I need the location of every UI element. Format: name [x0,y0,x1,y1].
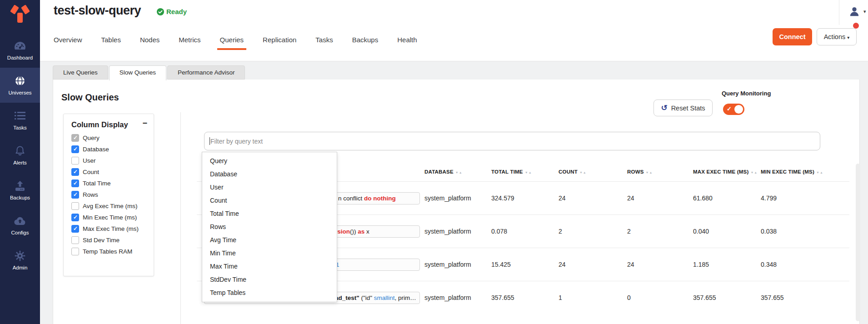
tab-tasks[interactable]: Tasks [315,29,333,50]
checkbox-label: Rows [83,191,98,198]
sidebar-item-label: Universes [8,90,31,95]
column-display-card: Column Display − Query Database User Cou… [63,114,154,276]
checkbox-row-max-exec-time[interactable]: Max Exec Time (ms) [71,223,150,234]
check-circle-icon [157,8,164,15]
checkbox-row-total-time[interactable]: Total Time [71,178,150,189]
col-header-max-exec-time[interactable]: MAX EXEC TIME (MS)▼▲ [693,169,758,174]
checkbox[interactable] [71,168,79,176]
tab-nodes[interactable]: Nodes [140,29,160,50]
checkbox-row-avg-exec-time[interactable]: Avg Exec Time (ms) [71,200,150,212]
sidebar-item-label: Tasks [13,125,26,130]
toggle-check-icon: ✓ [727,105,732,112]
sidebar-item-configs[interactable]: Configs [0,208,40,243]
col-header-rows[interactable]: ROWS▼▲ [627,169,653,174]
dropdown-item-temp-tables[interactable]: Temp Tables [202,286,337,299]
tab-metrics[interactable]: Metrics [179,29,200,50]
checkbox-row-database[interactable]: Database [71,144,150,155]
checkbox[interactable] [71,225,79,233]
checkbox[interactable] [71,191,79,199]
universe-tabs: Overview Tables Nodes Metrics Queries Re… [54,29,417,50]
dropdown-item-database[interactable]: Database [202,168,337,181]
sort-icons[interactable]: ▼▲ [646,171,653,174]
sidebar-item-admin[interactable]: Admin [0,243,40,278]
max-exec-time-cell: 1.185 [693,261,709,268]
checkbox[interactable] [71,236,79,244]
slow-queries-panel: Slow Queries ↺ Reset Stats Query Monitor… [53,80,860,324]
total-time-cell: 0.078 [491,228,507,235]
tab-queries[interactable]: Queries [220,29,244,50]
user-menu[interactable]: ▾ [848,5,866,17]
reset-icon: ↺ [661,103,667,113]
user-avatar-icon [848,5,860,17]
header-divider [839,0,839,25]
sort-icons[interactable]: ▼▲ [750,171,758,174]
subtab-performance-advisor[interactable]: Performance Advisor [167,65,245,80]
checkbox-row-user[interactable]: User [71,155,150,166]
dropdown-item-total-time[interactable]: Total Time [202,207,337,220]
dropdown-item-query[interactable]: Query [202,155,337,168]
max-exec-time-cell: 0.040 [693,228,709,235]
sidebar-item-dashboard[interactable]: Dashboard [0,33,40,68]
database-cell: system_platform [424,261,471,268]
checkbox-row-query[interactable]: Query [71,132,150,144]
query-monitoring-toggle[interactable]: ✓ [723,104,744,115]
sort-icons[interactable]: ▼▲ [455,171,463,174]
dropdown-item-stddev-time[interactable]: StdDev Time [202,273,337,286]
collapse-minus-icon[interactable]: − [142,119,147,128]
dropdown-item-min-time[interactable]: Min Time [202,247,337,260]
checkbox-row-temp-tables-ram[interactable]: Temp Tables RAM [71,246,150,257]
col-header-total-time[interactable]: TOTAL TIME▼▲ [491,169,532,174]
checkbox-label: Temp Tables RAM [83,248,132,255]
connect-button[interactable]: Connect [773,28,812,45]
table-scrollbar[interactable] [856,164,860,321]
col-header-count[interactable]: COUNT▼▲ [559,169,587,174]
app-sidebar: Dashboard Universes Tasks Alerts Backups [0,0,40,324]
toggle-knob [734,105,743,114]
checkbox[interactable] [71,179,79,187]
column-display-title: Column Display [71,120,128,129]
tab-backups[interactable]: Backups [352,29,379,50]
checkbox-label: User [83,157,96,164]
rows-cell: 24 [627,261,634,268]
upload-icon [15,180,25,192]
checkbox[interactable] [71,214,79,221]
sidebar-item-backups[interactable]: Backups [0,173,40,208]
total-time-cell: 324.579 [491,194,514,202]
checkbox-row-rows[interactable]: Rows [71,189,150,200]
checkbox[interactable] [71,248,79,255]
col-header-database[interactable]: DATABASE▼▲ [424,169,463,174]
checkbox-row-std-dev-time[interactable]: Std Dev Time [71,234,150,246]
tab-replication[interactable]: Replication [263,29,296,50]
tab-overview[interactable]: Overview [54,29,82,50]
dropdown-item-user[interactable]: User [202,181,337,194]
sidebar-item-label: Dashboard [7,55,33,60]
sidebar-item-label: Configs [11,230,29,235]
list-icon [15,110,25,122]
checkbox[interactable] [71,134,79,142]
checkbox[interactable] [71,157,79,164]
actions-button[interactable]: Actions▾ [817,28,857,45]
dropdown-item-max-time[interactable]: Max Time [202,260,337,273]
sort-icons[interactable]: ▼▲ [525,171,532,174]
chevron-down-icon: ▾ [863,9,866,15]
subtab-live-queries[interactable]: Live Queries [53,65,108,80]
sidebar-item-universes[interactable]: Universes [0,68,40,103]
checkbox[interactable] [71,145,79,153]
dropdown-item-rows[interactable]: Rows [202,220,337,234]
yugabyte-logo[interactable] [0,4,40,25]
sort-icons[interactable]: ▼▲ [816,171,823,174]
checkbox-row-count[interactable]: Count [71,166,150,178]
reset-stats-button[interactable]: ↺ Reset Stats [653,100,713,116]
dropdown-item-count[interactable]: Count [202,194,337,207]
subtab-slow-queries[interactable]: Slow Queries [109,65,166,80]
dropdown-item-avg-time[interactable]: Avg Time [202,234,337,247]
sidebar-item-tasks[interactable]: Tasks [0,103,40,138]
sidebar-item-alerts[interactable]: Alerts [0,138,40,173]
query-filter-input[interactable] [204,132,820,150]
sort-icons[interactable]: ▼▲ [579,171,587,174]
checkbox-row-min-exec-time[interactable]: Min Exec Time (ms) [71,212,150,223]
tab-tables[interactable]: Tables [101,29,121,50]
tab-health[interactable]: Health [397,29,417,50]
col-header-min-exec-time[interactable]: MIN EXEC TIME (MS)▼▲ [761,169,823,174]
checkbox[interactable] [71,202,79,210]
